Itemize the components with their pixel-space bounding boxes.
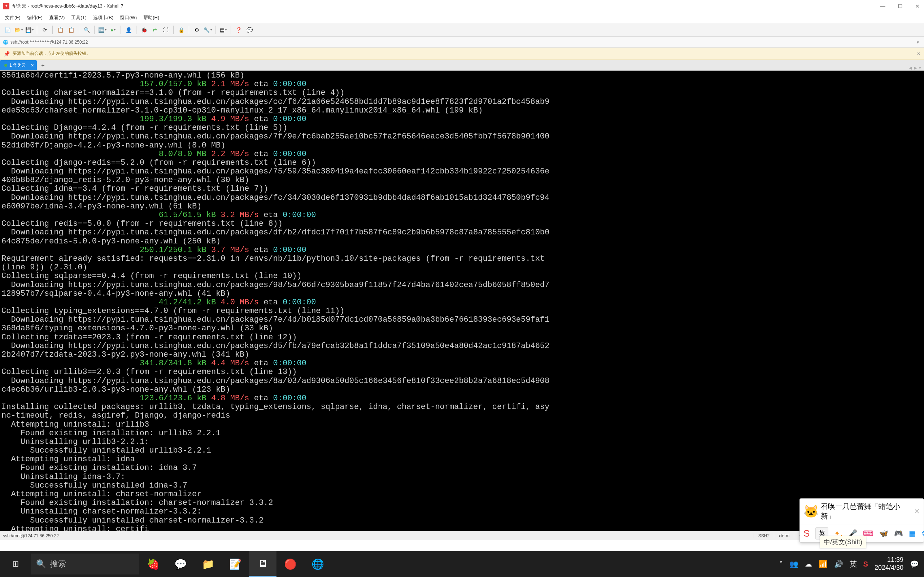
menu-file[interactable]: 文件(F) [2,13,23,23]
find-button[interactable]: 🔍 [82,25,91,35]
tab-bar: 1 华为云 ✕ + ◀ ▶ ▾ [0,60,924,71]
tray-clock[interactable]: 11:39 2024/4/30 [874,556,903,572]
taskbar-explorer[interactable]: 📁 [194,551,221,577]
start-button[interactable]: ⊞ [0,551,31,577]
script-button[interactable]: 🐞 [139,25,149,35]
tray-notifications-icon[interactable]: 💬 [910,560,919,568]
tab-next-button[interactable]: ▶ [914,66,917,70]
menu-help[interactable]: 帮助(H) [141,13,162,23]
menu-tools[interactable]: 工具(T) [68,13,89,23]
reconnect-button[interactable]: ⟳ [40,25,50,35]
properties-button[interactable]: ⚙ [192,25,201,35]
connected-icon [4,64,7,67]
maximize-button[interactable]: ☐ [897,3,904,9]
feedback-button[interactable]: 💬 [245,25,254,35]
ime-mascot-icon: 🐱 [803,504,819,519]
layout-button[interactable]: ▤ [218,25,228,35]
taskbar-xshell[interactable]: 🖥 [249,551,276,577]
help-button[interactable]: ❓ [234,25,243,35]
hint-bar: 📌 要添加当前会话，点击左侧的箭头按钮。 ✕ [0,48,924,60]
tray-cloud-icon[interactable]: ☁ [805,560,812,568]
save-button[interactable]: 💾 [24,25,34,35]
separator [121,26,121,34]
close-button[interactable]: ✕ [914,3,921,9]
toolbar: 📄 📂 💾 ⟳ 📋 📋 🔍 🔤 ● 👤 🐞 ⇄ ⛶ 🔒 ⚙ 🔧 ▤ ❓ 💬 [0,23,924,37]
paste-button[interactable]: 📋 [66,25,76,35]
window-titlebar: ✦ 华为云 - root@hcss-ecs-dbb6:~/data/day13 … [0,0,924,12]
ime-suggestion[interactable]: 召唤一只芭蕾舞「蜡笔小新」 [821,501,912,521]
tab-close-button[interactable]: ✕ [31,63,34,68]
ime-close-button[interactable]: ✕ [914,507,920,516]
fullscreen-button[interactable]: ⛶ [161,25,170,35]
tray-sogou-icon[interactable]: S [863,560,868,568]
user-button[interactable]: 👤 [124,25,133,35]
taskbar-notepad[interactable]: 📝 [221,551,249,577]
taskbar-wechat[interactable]: 💬 [167,551,194,577]
separator [173,26,174,34]
address-dropdown[interactable]: ▾ [914,40,921,45]
menu-tabs[interactable]: 选项卡(B) [90,13,116,23]
tab-prev-button[interactable]: ◀ [909,66,912,70]
tray-volume-icon[interactable]: 🔊 [834,560,843,568]
menu-view[interactable]: 查看(V) [46,13,68,23]
status-term-type: xterm [774,533,794,538]
ime-toolbox-button[interactable]: ▦ [909,529,916,538]
window-title: 华为云 - root@hcss-ecs-dbb6:~/data/day13 - … [12,3,879,10]
status-protocol: SSH2 [754,533,774,538]
search-icon: 🔍 [36,559,46,569]
lock-button[interactable]: 🔒 [176,25,186,35]
ime-settings-button[interactable]: ⚙ [921,529,924,538]
tray-chevron-up-icon[interactable]: ˄ [779,560,783,568]
menubar: 文件(F) 编辑(E) 查看(V) 工具(T) 选项卡(B) 窗口(W) 帮助(… [0,12,924,23]
taskbar-app[interactable]: 🔴 [276,551,304,577]
separator [231,26,231,34]
separator [79,26,79,34]
tray-ime-lang[interactable]: 英 [850,559,857,569]
ime-game-button[interactable]: 🎮 [894,529,903,538]
color-scheme-button[interactable]: ● [108,25,118,35]
taskbar-search[interactable]: 🔍 搜索 [31,554,139,574]
app-icon: ✦ [3,3,10,10]
separator [215,26,215,34]
taskbar-chrome[interactable]: 🌐 [304,551,331,577]
globe-icon: 🌐 [3,40,8,45]
status-connection: ssh://root@124.71.86.250:22 [3,533,59,538]
session-tab[interactable]: 1 华为云 ✕ [0,60,37,70]
tray-people-icon[interactable]: 👥 [789,560,798,568]
separator [52,26,53,34]
taskbar: ⊞ 🔍 搜索 🍓 💬 📁 📝 🖥 🔴 🌐 ˄ 👥 ☁ 📶 🔊 英 S 11:39… [0,551,924,577]
search-placeholder: 搜索 [50,559,66,569]
separator [37,26,37,34]
copy-button[interactable]: 📋 [56,25,65,35]
tray-date: 2024/4/30 [874,564,903,572]
separator [189,26,189,34]
separator [94,26,95,34]
status-bar: ssh://root@124.71.86.250:22 SSH2 xterm ↕… [0,531,924,540]
separator [136,26,136,34]
tray-strawberry-icon[interactable]: 🍓 [139,551,167,577]
add-tab-button[interactable]: + [38,61,48,70]
ime-skin-button[interactable]: 🦋 [879,529,888,538]
tab-list-button[interactable]: ▾ [919,66,921,70]
tray-network-icon[interactable]: 📶 [819,560,828,568]
minimize-button[interactable]: — [879,3,887,9]
open-button[interactable]: 📂 [14,25,23,35]
tab-label: 1 华为云 [10,62,26,69]
terminal-output[interactable]: 3561a6b4/certifi-2023.5.7-py3-none-any.w… [0,71,924,531]
hint-text: 要添加当前会话，点击左侧的箭头按钮。 [13,50,90,56]
hint-close-button[interactable]: ✕ [917,51,921,56]
ime-tooltip: 中/英文(Shift) [820,536,866,548]
transfer-button[interactable]: ⇄ [150,25,160,35]
tray-time: 11:39 [874,556,903,564]
tunnel-button[interactable]: 🔧 [203,25,212,35]
new-session-button[interactable]: 📄 [3,25,12,35]
address-bar: 🌐 ▾ [0,37,924,48]
sogou-icon: S [803,528,809,539]
menu-edit[interactable]: 编辑(E) [24,13,45,23]
pin-icon: 📌 [3,51,10,56]
menu-window[interactable]: 窗口(W) [117,13,140,23]
address-input[interactable] [10,40,914,45]
font-button[interactable]: 🔤 [97,25,107,35]
